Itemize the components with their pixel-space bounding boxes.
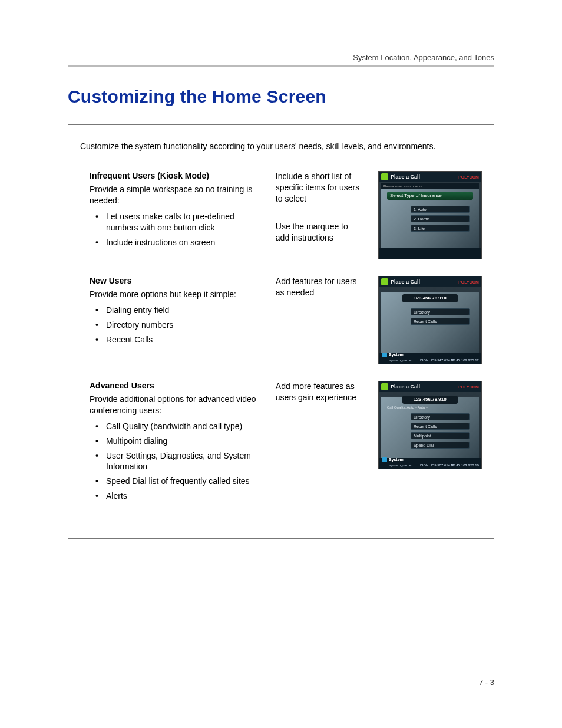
shot-topbar: Place a Call POLYCOM xyxy=(379,381,481,392)
shot-item: Recent Calls xyxy=(411,318,470,325)
screenshot-kiosk: Place a Call POLYCOM Please enter a numb… xyxy=(378,171,482,259)
logo-text: POLYCOM xyxy=(458,385,479,389)
running-header: System Location, Appearance, and Tones xyxy=(68,53,494,65)
layout-table: Infrequent Users (Kiosk Mode) Provide a … xyxy=(79,171,483,522)
section-desc: Provide a simple workspace so no trainin… xyxy=(90,184,258,206)
call-icon xyxy=(381,173,388,180)
shot-quality: Call Quality: Auto ▾ Auto ▾ xyxy=(387,405,473,409)
shot-ip-field: 123.456.78.910 xyxy=(402,294,458,302)
shot-item: Multipoint xyxy=(411,432,470,439)
bullet-item: Include instructions on screen xyxy=(90,237,258,248)
shot-system-label: System xyxy=(382,353,404,357)
bullet-item: Directory numbers xyxy=(90,319,258,331)
section-infrequent: Infrequent Users (Kiosk Mode) Provide a … xyxy=(79,171,258,248)
shot-item: Speed Dial xyxy=(411,442,470,449)
section-row-advanced: Advanced Users Provide additional option… xyxy=(79,381,483,522)
bullet-item: Dialing entry field xyxy=(90,305,258,316)
logo-text: POLYCOM xyxy=(458,280,479,284)
side-note: Use the marquee to add instructions xyxy=(276,221,364,243)
shot-item: Recent Calls xyxy=(411,423,470,430)
shot-topbar: Place a Call POLYCOM xyxy=(379,172,481,182)
bullet-item: Multipoint dialing xyxy=(90,436,258,447)
bullet-item: Recent Calls xyxy=(90,334,258,345)
shot-item: Directory xyxy=(411,308,470,315)
section-new-users: New Users Provide more options but keep … xyxy=(79,276,258,345)
content-box: Customize the system functionality accor… xyxy=(68,124,494,539)
side-note: Add more features as users gain experien… xyxy=(276,381,364,403)
shot-system-label: System xyxy=(382,457,404,462)
shot-title: Place a Call xyxy=(391,279,458,285)
section-desc: Provide more options but keep it simple: xyxy=(90,289,258,300)
bullet-list: Call Quality (bandwidth and call type) M… xyxy=(90,421,258,502)
shot-isdn: ISDN: 159.987.614.32 xyxy=(420,463,455,467)
shot-ipaddr: IP: 45.103.228.10 xyxy=(451,463,479,467)
side-note: Include a short list of specific items f… xyxy=(276,171,364,205)
logo-text: POLYCOM xyxy=(458,175,479,179)
page: System Location, Appearance, and Tones C… xyxy=(0,0,562,728)
shot-title: Place a Call xyxy=(391,174,458,180)
screenshot-advanced: Place a Call POLYCOM 123.456.78.910 Call… xyxy=(378,381,482,469)
screenshot-new-users: Place a Call POLYCOM 123.456.78.910 Dire… xyxy=(378,276,482,364)
bullet-item: User Settings, Diagnostics, and System I… xyxy=(90,450,258,473)
intro-text: Customize the system functionality accor… xyxy=(80,141,482,151)
shot-ipaddr: IP: 45.102.225.12 xyxy=(451,358,479,362)
bullet-list: Dialing entry field Directory numbers Re… xyxy=(90,305,258,345)
bullet-list: Let users make calls to pre-defined numb… xyxy=(90,211,258,248)
shot-item: 1. Auto xyxy=(411,206,470,213)
shot-title: Place a Call xyxy=(391,384,458,390)
bullet-item: Alerts xyxy=(90,490,258,502)
section-title: Infrequent Users (Kiosk Mode) xyxy=(90,171,258,180)
call-icon xyxy=(381,383,388,390)
section-row-new: New Users Provide more options but keep … xyxy=(79,276,483,381)
bullet-item: Call Quality (bandwidth and call type) xyxy=(90,421,258,432)
page-title: Customizing the Home Screen xyxy=(68,87,494,107)
shot-item: 3. Life xyxy=(411,225,470,232)
shot-system-sub: system_name xyxy=(389,463,411,467)
shot-isdn: ISDN: 159.947.654.32 xyxy=(420,358,455,362)
bullet-item: Let users make calls to pre-defined numb… xyxy=(90,211,258,233)
section-title: New Users xyxy=(90,276,258,285)
shot-system-sub: system_name xyxy=(389,358,411,362)
section-title: Advanced Users xyxy=(90,381,258,390)
page-number: 7 - 3 xyxy=(479,678,494,687)
call-icon xyxy=(381,278,388,285)
section-desc: Provide additional options for advanced … xyxy=(90,394,258,416)
side-note: Add features for users as needed xyxy=(276,276,364,298)
shot-topbar: Place a Call POLYCOM xyxy=(379,276,481,287)
section-advanced: Advanced Users Provide additional option… xyxy=(79,381,258,502)
shot-item: Directory xyxy=(411,413,470,420)
shot-ip-field: 123.456.78.910 xyxy=(402,396,458,404)
shot-band: Select Type of Insurance xyxy=(387,192,473,200)
header-rule xyxy=(68,65,494,67)
section-row-infrequent: Infrequent Users (Kiosk Mode) Provide a … xyxy=(79,171,483,276)
bullet-item: Speed Dial list of frequently called sit… xyxy=(90,476,258,487)
shot-marquee: Please enter a number or… xyxy=(381,183,479,189)
shot-item: 2. Home xyxy=(411,215,470,222)
